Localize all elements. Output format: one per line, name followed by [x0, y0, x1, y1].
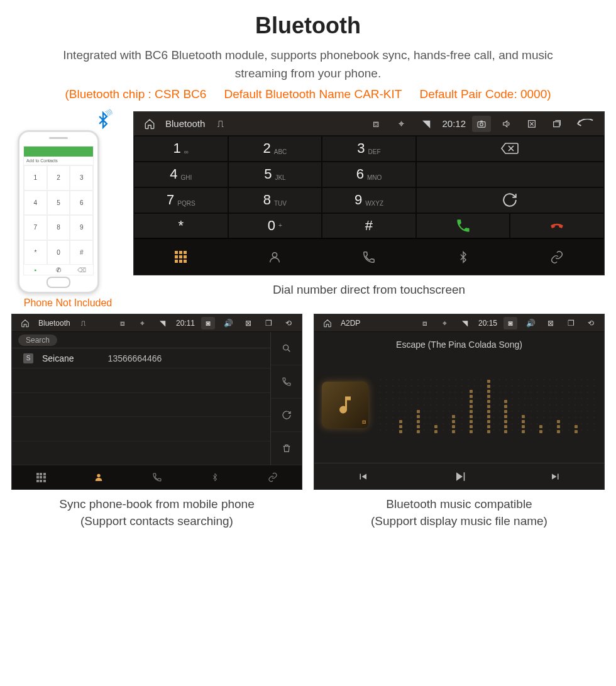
search-input[interactable]: Search [18, 335, 57, 346]
key-3[interactable]: 3DEF [322, 136, 416, 162]
spec-pair: Default Pair Code: 0000) [419, 87, 551, 101]
music-caption: Bluetooth music compatible (Support disp… [314, 496, 605, 529]
key-2[interactable]: 2ABC [228, 136, 322, 162]
empty-row [12, 368, 270, 393]
bluetooth-icon [94, 111, 112, 129]
recent-icon[interactable] [547, 116, 566, 132]
bluetooth-status-icon: ⧈ [366, 116, 385, 132]
phone-key: 5 [47, 191, 70, 216]
delete-icon[interactable] [271, 432, 302, 465]
phone-call-icon: ✆ [47, 265, 70, 275]
back-icon[interactable]: ⟲ [584, 317, 598, 329]
back-icon[interactable]: ⟲ [282, 317, 295, 329]
phone-back-icon: ⌫ [70, 265, 93, 275]
spec-chip: (Bluetooth chip : CSR BC6 [65, 87, 206, 101]
tab-keypad[interactable] [134, 239, 228, 275]
usb-icon: ⎍ [211, 116, 230, 132]
contact-row[interactable]: S Seicane 13566664466 [12, 348, 270, 368]
key-0[interactable]: 0+ [228, 213, 322, 239]
song-title: Escape (The Pina Colada Song) [396, 340, 522, 350]
tab-keypad[interactable] [12, 465, 70, 489]
phone-keypad: 1 2 3 4 5 6 7 8 9 * 0 # [24, 165, 93, 265]
prev-button[interactable] [314, 463, 411, 489]
volume-icon[interactable]: 🔊 [221, 317, 235, 329]
tab-recent[interactable] [128, 465, 185, 489]
usb-icon: ⎍ [77, 317, 91, 329]
tab-contacts[interactable] [70, 465, 128, 489]
bluetooth-status-icon: ⧈ [418, 317, 432, 329]
tab-pair[interactable] [244, 465, 302, 489]
phone-key: 7 [24, 215, 47, 240]
contact-number: 13566664466 [108, 353, 162, 363]
contacts-headunit: Bluetooth ⎍ ⧈ ⌖ ◥ 20:11 ◙ 🔊 ⊠ ❐ ⟲ [11, 314, 302, 490]
sync-icon[interactable] [271, 399, 302, 432]
key-6[interactable]: 6MNO [322, 162, 416, 187]
key-4[interactable]: 4GHI [134, 162, 228, 187]
key-hash[interactable]: # [322, 213, 416, 239]
phone-key: # [70, 240, 93, 265]
home-icon[interactable] [321, 317, 334, 329]
recent-icon[interactable]: ❐ [564, 317, 578, 329]
hangup-button[interactable] [510, 213, 604, 239]
visualizer [377, 377, 597, 433]
volume-icon[interactable]: 🔊 [524, 317, 537, 329]
tab-bluetooth[interactable] [186, 465, 244, 489]
play-button[interactable] [411, 463, 508, 489]
contact-badge: S [23, 353, 33, 363]
clock: 20:11 [176, 319, 195, 328]
camera-icon[interactable] [472, 116, 491, 132]
location-icon: ⌖ [136, 317, 150, 329]
tab-recent[interactable] [322, 239, 416, 275]
search-row[interactable]: Search [12, 332, 270, 348]
key-8[interactable]: 8TUV [228, 187, 322, 213]
location-icon: ⌖ [438, 317, 452, 329]
back-icon[interactable] [573, 116, 598, 132]
app-name: Bluetooth [165, 118, 205, 129]
recent-icon[interactable]: ❐ [261, 317, 275, 329]
key-5[interactable]: 5JKL [228, 162, 322, 187]
home-icon[interactable] [140, 116, 159, 132]
close-icon[interactable] [522, 116, 541, 132]
clock: 20:15 [478, 319, 497, 328]
clock: 20:12 [442, 118, 466, 129]
phone-key: 4 [24, 191, 47, 216]
key-7[interactable]: 7PQRS [134, 187, 228, 213]
tab-pair[interactable] [510, 239, 604, 275]
wifi-icon: ◥ [156, 317, 170, 329]
tab-bluetooth[interactable] [416, 239, 510, 275]
camera-icon[interactable]: ◙ [201, 317, 215, 329]
call-icon[interactable] [271, 365, 302, 399]
phone-key: 3 [70, 165, 93, 191]
phone-mockup: Add to Contacts 1 2 3 4 5 6 7 8 9 * [18, 130, 99, 294]
backspace-key[interactable] [416, 136, 604, 162]
album-art: ⧈ [322, 382, 368, 428]
subtitle: Integrated with BC6 Bluetooth module, su… [55, 47, 561, 82]
empty-key [416, 162, 604, 187]
svg-point-4 [273, 253, 277, 257]
phone-key: 8 [47, 215, 70, 240]
svg-point-6 [97, 474, 101, 477]
phone-key: * [24, 240, 47, 265]
phone-statusbar [24, 147, 93, 157]
close-icon[interactable]: ⊠ [544, 317, 558, 329]
key-1[interactable]: 1∞ [134, 136, 228, 162]
contact-name: Seicane [42, 353, 74, 363]
phone-key: 0 [47, 240, 70, 265]
svg-point-1 [480, 123, 483, 126]
app-name: Bluetooth [38, 319, 70, 328]
empty-row [12, 441, 270, 466]
key-star[interactable]: * [134, 213, 228, 239]
call-button[interactable] [416, 213, 510, 239]
key-9[interactable]: 9WXYZ [322, 187, 416, 213]
tab-contacts[interactable] [228, 239, 322, 275]
empty-row [12, 393, 270, 418]
camera-icon[interactable]: ◙ [503, 317, 517, 329]
close-icon[interactable]: ⊠ [241, 317, 255, 329]
music-headunit: A2DP ⧈ ⌖ ◥ 20:15 ◙ 🔊 ⊠ ❐ ⟲ Escape (The P… [314, 314, 605, 490]
redial-key[interactable] [416, 187, 604, 213]
phone-caption: Phone Not Included [24, 297, 113, 309]
search-icon[interactable] [271, 332, 302, 365]
next-button[interactable] [507, 463, 604, 489]
home-icon[interactable] [18, 317, 32, 329]
volume-icon[interactable] [497, 116, 516, 132]
